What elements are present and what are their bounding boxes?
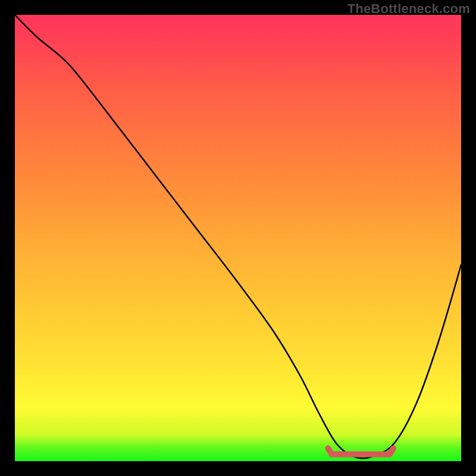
- bottleneck-curve: [15, 15, 461, 458]
- plot-area: [15, 15, 461, 461]
- watermark-text: TheBottleneck.com: [347, 1, 470, 17]
- bottleneck-curve-svg: [15, 15, 461, 461]
- optimal-range-tick-right: [390, 449, 393, 455]
- chart-frame: TheBottleneck.com: [0, 0, 476, 476]
- optimal-range-tick-left: [328, 449, 332, 455]
